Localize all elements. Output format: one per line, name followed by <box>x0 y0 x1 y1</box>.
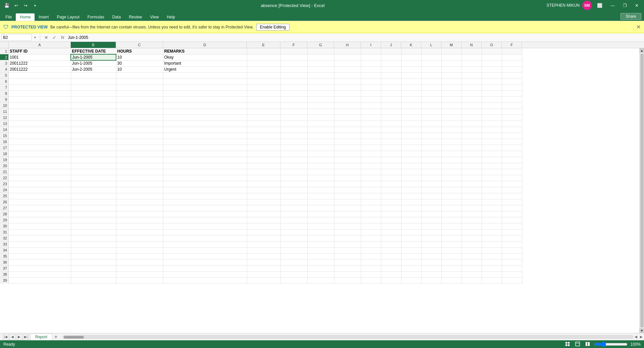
cell-p17[interactable] <box>502 145 522 151</box>
cell-m3[interactable] <box>441 60 462 66</box>
cell-m31[interactable] <box>441 229 462 235</box>
cell-p12[interactable] <box>502 115 522 121</box>
cell-d12[interactable] <box>163 115 247 121</box>
cell-j36[interactable] <box>381 259 401 265</box>
cell-f12[interactable] <box>280 115 307 121</box>
cell-o11[interactable] <box>482 109 502 115</box>
cell-g28[interactable] <box>307 211 334 217</box>
col-header-b[interactable]: B <box>71 42 116 48</box>
cell-k2[interactable] <box>401 54 421 60</box>
cell-j25[interactable] <box>381 193 401 199</box>
cell-i27[interactable] <box>361 205 381 211</box>
cell-g27[interactable] <box>307 205 334 211</box>
row-num-1[interactable]: 1 <box>0 48 9 54</box>
cell-d38[interactable] <box>163 271 247 277</box>
cell-c14[interactable] <box>116 127 163 133</box>
cell-l21[interactable] <box>421 169 441 175</box>
cell-c1[interactable]: HOURS <box>116 48 163 54</box>
cell-i39[interactable] <box>361 277 381 283</box>
cell-a7[interactable] <box>9 84 71 90</box>
cell-n27[interactable] <box>462 205 482 211</box>
cell-a9[interactable] <box>9 96 71 102</box>
cell-f18[interactable] <box>280 151 307 157</box>
cell-k22[interactable] <box>401 175 421 181</box>
cell-e32[interactable] <box>247 235 280 241</box>
cell-d5[interactable] <box>163 72 247 78</box>
cell-d27[interactable] <box>163 205 247 211</box>
cell-i1[interactable] <box>361 48 381 54</box>
cell-a33[interactable] <box>9 241 71 247</box>
row-num-13[interactable]: 13 <box>0 121 9 127</box>
cell-o25[interactable] <box>482 193 502 199</box>
cell-f2[interactable] <box>280 54 307 60</box>
cell-p25[interactable] <box>502 193 522 199</box>
cell-m29[interactable] <box>441 217 462 223</box>
cell-g23[interactable] <box>307 181 334 187</box>
cell-h12[interactable] <box>334 115 361 121</box>
cell-l6[interactable] <box>421 78 441 84</box>
cell-i16[interactable] <box>361 139 381 145</box>
cell-b16[interactable] <box>71 139 116 145</box>
cell-i36[interactable] <box>361 259 381 265</box>
cell-m9[interactable] <box>441 96 462 102</box>
cell-h31[interactable] <box>334 229 361 235</box>
cell-h5[interactable] <box>334 72 361 78</box>
cell-m13[interactable] <box>441 121 462 127</box>
cell-f35[interactable] <box>280 253 307 259</box>
cell-l7[interactable] <box>421 84 441 90</box>
cell-b8[interactable] <box>71 90 116 96</box>
cell-l22[interactable] <box>421 175 441 181</box>
cell-l9[interactable] <box>421 96 441 102</box>
cell-d35[interactable] <box>163 253 247 259</box>
cell-c23[interactable] <box>116 181 163 187</box>
cell-m22[interactable] <box>441 175 462 181</box>
row-num-39[interactable]: 39 <box>0 277 9 283</box>
cell-p14[interactable] <box>502 127 522 133</box>
cell-j5[interactable] <box>381 72 401 78</box>
cell-p3[interactable] <box>502 60 522 66</box>
col-header-p[interactable]: F <box>502 42 522 48</box>
cell-b28[interactable] <box>71 211 116 217</box>
cell-a29[interactable] <box>9 217 71 223</box>
cell-d4[interactable]: Urgent <box>163 66 247 72</box>
cell-n10[interactable] <box>462 102 482 109</box>
cell-c2[interactable]: 10 <box>116 54 163 60</box>
cell-n13[interactable] <box>462 121 482 127</box>
cell-e1[interactable] <box>247 48 280 54</box>
cell-p19[interactable] <box>502 157 522 163</box>
cell-d22[interactable] <box>163 175 247 181</box>
cell-e19[interactable] <box>247 157 280 163</box>
cell-d26[interactable] <box>163 199 247 205</box>
row-num-2[interactable]: 2 <box>0 54 9 60</box>
cell-e24[interactable] <box>247 187 280 193</box>
cell-h15[interactable] <box>334 133 361 139</box>
cell-c31[interactable] <box>116 229 163 235</box>
cell-n3[interactable] <box>462 60 482 66</box>
cell-n15[interactable] <box>462 133 482 139</box>
cell-b1[interactable]: EFFECTIVE DATE <box>71 48 116 54</box>
cell-g11[interactable] <box>307 109 334 115</box>
horizontal-scroll-area[interactable] <box>63 335 633 339</box>
row-num-7[interactable]: 7 <box>0 84 9 90</box>
cell-d14[interactable] <box>163 127 247 133</box>
cell-b14[interactable] <box>71 127 116 133</box>
cell-b35[interactable] <box>71 253 116 259</box>
cell-b34[interactable] <box>71 247 116 253</box>
cell-e4[interactable] <box>247 66 280 72</box>
cell-f13[interactable] <box>280 121 307 127</box>
cell-c21[interactable] <box>116 169 163 175</box>
cell-k7[interactable] <box>401 84 421 90</box>
cell-p29[interactable] <box>502 217 522 223</box>
tab-review[interactable]: Review <box>125 13 146 21</box>
cell-d18[interactable] <box>163 151 247 157</box>
cell-b22[interactable] <box>71 175 116 181</box>
cell-h38[interactable] <box>334 271 361 277</box>
cell-l38[interactable] <box>421 271 441 277</box>
row-num-29[interactable]: 29 <box>0 217 9 223</box>
cell-k33[interactable] <box>401 241 421 247</box>
minimize-button[interactable]: — <box>608 2 618 9</box>
sheet-nav-prev-button[interactable]: ◀ <box>9 334 15 340</box>
qat-dropdown-button[interactable]: ▾ <box>31 1 39 9</box>
cell-h30[interactable] <box>334 223 361 229</box>
cell-l1[interactable] <box>421 48 441 54</box>
